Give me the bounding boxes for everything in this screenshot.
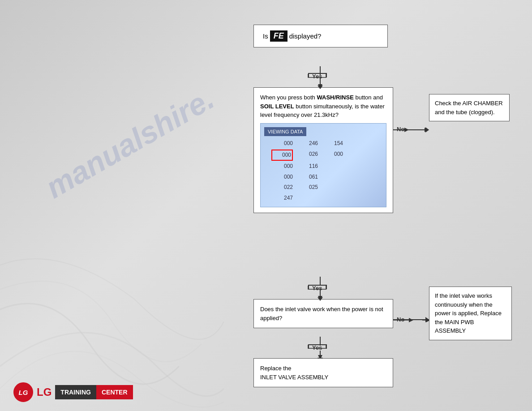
box-replace-main-pwb: If the inlet valve works continuously wh… — [429, 287, 512, 340]
box-replace-inlet-valve: Replace the INLET VALVE ASSEMBLY — [253, 358, 393, 387]
center-label: CENTER — [96, 385, 133, 399]
yes3-label: Yes — [312, 344, 322, 351]
v-line-box1-to-yes1 — [320, 66, 321, 75]
inlet-valve-text: INLET VALVE ASSEMBLY — [260, 374, 328, 381]
yes2-label: Yes — [312, 285, 322, 291]
box2-bold1: WASH/RINSE — [317, 94, 353, 101]
vd-r4c0: 022 — [271, 183, 293, 193]
vd-r2c1: 116 — [296, 162, 318, 171]
vd-r1c2: 000 — [322, 150, 343, 161]
vd-r0c2: 154 — [322, 139, 343, 149]
logo-bar: LG LG TRAINING CENTER — [13, 382, 133, 402]
vd-r1c1: 026 — [296, 150, 318, 161]
vd-r1c0-highlighted: 000 — [271, 150, 293, 161]
h-arrow-no1 — [393, 129, 427, 130]
lg-brand-label: LG — [37, 386, 51, 398]
arrow-head-yes1 — [317, 86, 323, 89]
svg-marker-11 — [409, 318, 413, 322]
viewing-data-header: VIEWING DATA — [264, 127, 306, 137]
lg-logo-circle: LG — [13, 382, 33, 402]
viewing-data-grid: 000 246 154 000 026 000 000 116 000 061 … — [264, 139, 382, 203]
box-inlet-valve-work: Does the inlet valve work when the power… — [253, 299, 393, 328]
lg-circle-text: LG — [19, 389, 28, 396]
box-is-fe-displayed: Is FE displayed? — [253, 25, 388, 47]
bracket-yes3-top — [308, 344, 327, 345]
vd-r5c0: 247 — [271, 193, 293, 203]
vd-r3c2 — [322, 172, 343, 182]
box-water-level-check: When you press both WASH/RINSE button an… — [253, 87, 393, 213]
bracket-yes2-top — [308, 285, 327, 286]
vd-r3c1: 061 — [296, 172, 318, 182]
vd-r0c1: 246 — [296, 139, 318, 149]
vd-r5c2 — [322, 193, 343, 203]
viewing-data-panel: VIEWING DATA 000 246 154 000 026 000 000… — [260, 123, 386, 207]
vd-r3c0: 000 — [271, 172, 293, 182]
box2-text-pre: When you press both — [260, 94, 317, 101]
box2-text-mid: button and — [355, 94, 382, 101]
arrow-head-no2 — [425, 317, 429, 322]
vd-r4c2 — [322, 183, 343, 193]
h-arrow-no2 — [393, 319, 427, 320]
box2-bold2: SOIL LEVEL — [260, 103, 294, 110]
v-arrow-yes2 — [320, 289, 321, 298]
v-arrow-yes1 — [320, 77, 321, 86]
vd-r2c0: 000 — [271, 162, 293, 171]
v-line-box2-to-yes2 — [320, 277, 321, 286]
box-air-chamber-check: Check the AIR CHAMBER and the tube (clog… — [429, 94, 510, 121]
bracket-yes1-top — [308, 73, 327, 74]
training-label: TRAINING — [55, 385, 96, 399]
is-label: Is — [263, 32, 268, 40]
yes1-label: Yes — [312, 73, 322, 80]
vd-r4c1: 025 — [296, 183, 318, 193]
arrow-head-no1 — [425, 127, 429, 133]
displayed-label: displayed? — [289, 32, 322, 40]
vd-r0c0: 000 — [271, 139, 293, 149]
arrow-head-yes2 — [317, 297, 323, 301]
fe-badge: FE — [270, 30, 287, 42]
vd-r5c1 — [296, 193, 318, 203]
vd-r2c2 — [322, 162, 343, 171]
